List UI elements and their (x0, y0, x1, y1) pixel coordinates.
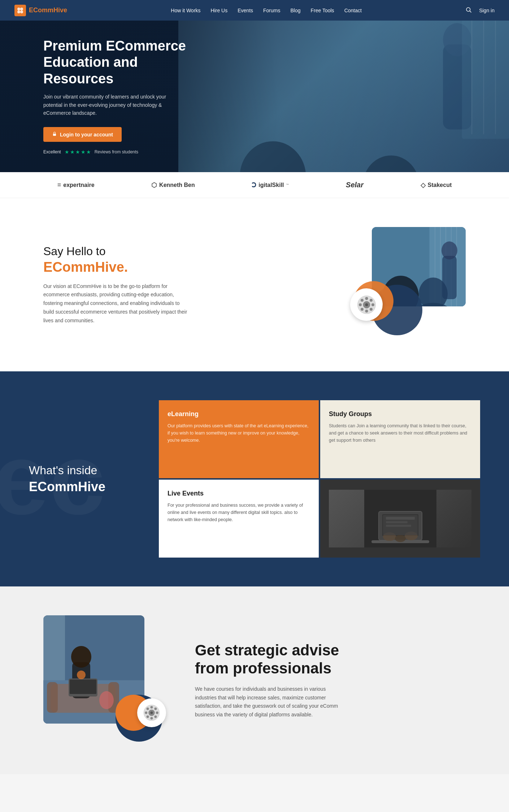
partner-name: igitalSkill (258, 182, 284, 188)
whats-inside-heading: What's inside ECommHive (29, 464, 130, 494)
svg-point-34 (365, 303, 368, 306)
partner-solar: Selar (346, 181, 364, 189)
hero-subtitle: Join our vibrant community of learners a… (43, 93, 180, 117)
svg-point-3 (20, 10, 23, 13)
visual-decorations (350, 278, 422, 342)
svg-line-5 (470, 11, 471, 12)
partners-section: ≡ expertnaire ⬡ Kenneth Ben Ↄ igitalSkil… (0, 172, 509, 198)
say-hello-description: Our vision at ECommHive is to be the go-… (43, 282, 188, 325)
svg-rect-16 (495, 21, 496, 134)
strategic-visual (43, 615, 166, 745)
signin-link[interactable]: Sign in (479, 8, 495, 13)
feature-title: eLearning (168, 410, 310, 418)
svg-point-77 (147, 715, 149, 718)
feature-live-events: Live Events For your professional and bu… (159, 480, 319, 558)
say-hello-section: Say Hello to ECommHive. Our vision at EC… (0, 198, 509, 371)
svg-point-31 (441, 241, 457, 259)
feature-title: Live Events (168, 490, 310, 497)
partner-name: expertnaire (63, 182, 94, 188)
svg-point-49 (395, 535, 406, 542)
nav-events[interactable]: Events (238, 8, 253, 13)
feature-study-groups: Study Groups Students can Join a learnin… (320, 400, 480, 478)
nav-hire-us[interactable]: Hire Us (211, 8, 228, 13)
kenneth-icon: ⬡ (151, 181, 157, 189)
hero-title: Premium ECommerce Education and Resource… (43, 38, 202, 87)
svg-point-37 (359, 303, 362, 306)
svg-rect-30 (442, 256, 457, 299)
reviews-excellent: Excellent (43, 149, 61, 154)
say-hello-eyebrow: Say Hello to (43, 245, 188, 258)
features-grid: eLearning Our platform provides users wi… (159, 400, 480, 558)
svg-point-0 (17, 8, 20, 10)
feature-description: For your professional and business succe… (168, 502, 310, 523)
hero-reviews: Excellent ★ ★ ★ ★ ★ Reviews from student… (43, 149, 202, 155)
nav-free-tools[interactable]: Free Tools (311, 8, 334, 13)
hero-content: Premium ECommerce Education and Resource… (0, 38, 202, 155)
svg-rect-62 (70, 680, 96, 694)
photo-overlay (329, 490, 471, 547)
nav-how-it-works[interactable]: How it Works (171, 8, 200, 13)
svg-point-60 (71, 646, 91, 668)
section-title: What's inside (29, 464, 130, 477)
svg-point-4 (466, 8, 470, 12)
feature-description: Our platform provides users with state o… (168, 422, 310, 444)
svg-point-73 (156, 712, 158, 714)
feature-elearning: eLearning Our platform provides users wi… (159, 400, 319, 478)
lock-icon (52, 131, 57, 137)
svg-rect-17 (53, 134, 56, 136)
svg-point-75 (154, 715, 157, 718)
section-title-bold: ECommHive (29, 479, 130, 494)
login-button[interactable]: Login to your account (43, 127, 122, 142)
hero-image (178, 21, 509, 172)
nav-links: How it Works Hire Us Events Forums Blog … (171, 8, 362, 13)
say-hello-brand: ECommHive. (43, 259, 188, 275)
svg-point-1 (20, 8, 23, 10)
star-rating: ★ ★ ★ ★ ★ (65, 149, 91, 155)
strategic-description: We have courses for individuals and busi… (195, 685, 347, 719)
svg-point-2 (17, 10, 20, 13)
logo-icon (14, 5, 26, 16)
nav-contact[interactable]: Contact (344, 8, 362, 13)
strategic-content: Get strategic advise from professionals … (195, 641, 347, 719)
expertnaire-icon: ≡ (57, 181, 61, 189)
svg-rect-13 (462, 21, 509, 139)
feature-photo (320, 480, 480, 558)
strategic-decorations (94, 680, 166, 745)
svg-point-40 (370, 308, 373, 311)
svg-point-69 (151, 712, 153, 714)
svg-point-35 (365, 297, 368, 300)
svg-rect-15 (483, 21, 484, 134)
svg-rect-51 (386, 517, 415, 520)
partner-name: Kenneth Ben (159, 182, 195, 188)
stakecut-icon: ◇ (421, 181, 426, 189)
partner-name: Selar (346, 181, 364, 189)
film-reel-icon (350, 288, 383, 321)
whats-inside-layout: What's inside ECommHive eLearning Our pl… (0, 400, 509, 558)
partner-kenneth-ben: ⬡ Kenneth Ben (151, 181, 195, 189)
svg-rect-52 (386, 521, 408, 523)
svg-rect-14 (471, 21, 472, 134)
partner-stakecut: ◇ Stakecut (421, 181, 452, 189)
feature-title: Study Groups (329, 410, 471, 418)
partner-name: Stakecut (428, 182, 452, 188)
svg-point-76 (154, 708, 157, 710)
partner-expertnaire: ≡ expertnaire (57, 181, 95, 189)
get-strategic-section: Get strategic advise from professionals … (0, 586, 509, 774)
svg-point-74 (147, 708, 149, 710)
whats-inside-section: ec What's inside ECommHive eLearning Our… (0, 371, 509, 586)
svg-point-70 (151, 706, 153, 708)
say-hello-content: Say Hello to ECommHive. Our vision at EC… (43, 245, 188, 325)
svg-rect-57 (47, 682, 58, 713)
nav-forums[interactable]: Forums (263, 8, 280, 13)
say-hello-visual (350, 227, 466, 342)
svg-point-36 (365, 310, 368, 313)
svg-point-39 (361, 299, 364, 302)
hero-section: Premium ECommerce Education and Resource… (0, 21, 509, 172)
search-icon[interactable] (465, 6, 472, 14)
svg-point-71 (151, 717, 153, 720)
strategic-title: Get strategic advise from professionals (195, 641, 347, 678)
film-reel-icon-2 (137, 698, 166, 727)
nav-blog[interactable]: Blog (290, 8, 300, 13)
svg-rect-65 (43, 615, 65, 680)
site-logo[interactable]: ECommHive (14, 5, 67, 16)
